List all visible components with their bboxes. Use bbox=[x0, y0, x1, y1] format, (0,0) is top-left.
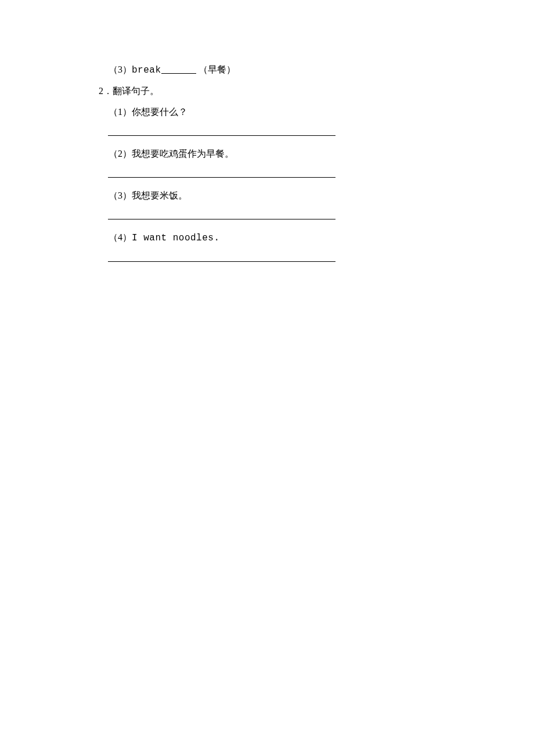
q1-item-3-blank[interactable] bbox=[161, 73, 196, 74]
q2-item-3-answer-line[interactable] bbox=[99, 210, 534, 224]
q2-item-2: （2）我想要吃鸡蛋作为早餐。 bbox=[99, 147, 534, 161]
q2-item-1-text: 你想要什么？ bbox=[132, 107, 187, 117]
q2-item-1-label: （1） bbox=[109, 107, 132, 117]
q2-item-3-text: 我想要米饭。 bbox=[132, 190, 187, 200]
q1-item-3-label: （3） bbox=[109, 64, 132, 74]
q2-item-2-answer-line[interactable] bbox=[99, 168, 534, 182]
q2-item-4-answer-line[interactable] bbox=[99, 252, 534, 266]
q2-item-2-text: 我想要吃鸡蛋作为早餐。 bbox=[132, 149, 234, 159]
q2-item-4-label: （4） bbox=[109, 232, 132, 242]
q2-item-2-label: （2） bbox=[109, 149, 132, 159]
q1-item-3-hint: （早餐） bbox=[199, 64, 236, 74]
q2-heading: 2．翻译句子。 bbox=[99, 84, 534, 98]
q2-item-4: （4）I want noodles. bbox=[99, 231, 534, 245]
q1-item-3-word-prefix: break bbox=[132, 65, 161, 75]
q2-item-1-answer-line[interactable] bbox=[99, 126, 534, 140]
q2-item-1: （1）你想要什么？ bbox=[99, 105, 534, 119]
q2-item-4-text: I want noodles. bbox=[132, 233, 220, 243]
q1-item-3: （3）break （早餐） bbox=[99, 63, 534, 77]
q2-item-3: （3）我想要米饭。 bbox=[99, 189, 534, 203]
q2-item-3-label: （3） bbox=[109, 190, 132, 200]
